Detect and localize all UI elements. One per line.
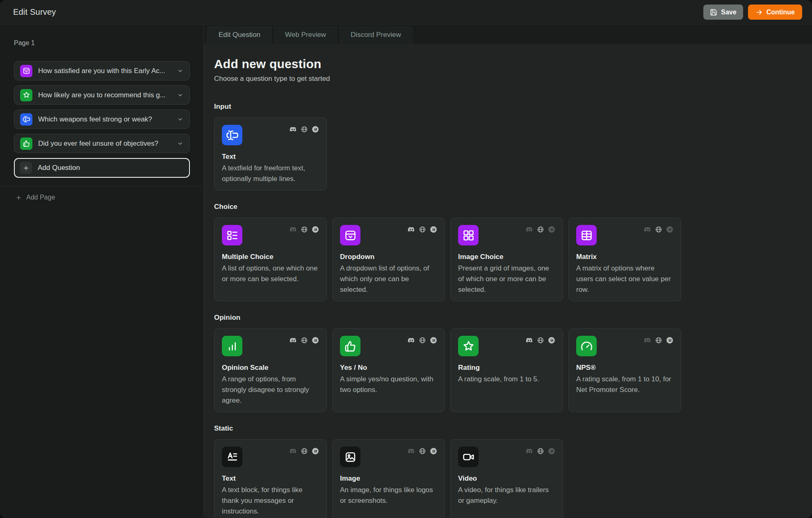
card-title: Text: [222, 153, 319, 161]
question-type-card-dropdown[interactable]: u Dropdown A dropdown list of options, o…: [332, 218, 445, 301]
question-type-card-yes-no[interactable]: u Yes / No A simple yes/no question, wit…: [332, 328, 445, 412]
card-top: u: [458, 225, 555, 245]
discord-icon: [526, 447, 533, 455]
continue-button-label: Continue: [766, 9, 795, 16]
svg-text:u: u: [668, 227, 671, 231]
discord-icon: [290, 447, 297, 455]
svg-text:u: u: [432, 337, 435, 342]
discord-icon: [290, 337, 297, 344]
question-item[interactable]: How likely are you to recommend this g..…: [14, 85, 190, 105]
card-title: NPS®: [576, 364, 673, 372]
section-choice: Choice u Multiple Choice A list of optio…: [214, 203, 796, 301]
question-type-card-image[interactable]: u Image An image, for things like logos …: [332, 439, 445, 518]
question-type-card-text[interactable]: u Text A textfield for freeform text, op…: [214, 117, 327, 190]
tab-bar: Edit Question Web Preview Discord Previe…: [207, 26, 812, 44]
card-top: u: [576, 336, 673, 356]
platform-icons: u: [644, 337, 673, 344]
question-type-card-rating[interactable]: u Rating A rating scale, from 1 to 5.: [450, 328, 563, 412]
svg-text:u: u: [432, 227, 435, 231]
question-item[interactable]: Did you ever feel unsure of objectives?: [14, 134, 190, 153]
question-item[interactable]: Which weapons feel strong or weak?: [14, 110, 190, 129]
add-new-question-subtitle: Choose a question type to get started: [214, 75, 796, 83]
card-description: A rating scale, from 1 to 5.: [458, 374, 555, 385]
add-question-button[interactable]: Add Question: [14, 158, 190, 178]
card-title: Text: [222, 474, 319, 483]
globe-icon: [655, 337, 662, 344]
save-icon: [710, 9, 717, 16]
grid-icon: [458, 225, 479, 245]
tab-edit-question[interactable]: Edit Question: [207, 26, 273, 44]
section-label: Static: [214, 424, 796, 433]
card-description: A matrix of options where users can sele…: [576, 263, 673, 295]
unreal-icon: u: [548, 226, 555, 233]
question-label: How likely are you to recommend this g..…: [38, 91, 171, 99]
globe-icon: [419, 226, 426, 233]
unreal-icon: u: [430, 226, 437, 233]
unreal-icon: u: [312, 126, 319, 133]
question-type-card-nps[interactable]: u NPS® A rating scale, from 1 to 10, for…: [568, 328, 681, 412]
unreal-icon: u: [548, 337, 555, 344]
card-description: A textfield for freeform text, optionall…: [222, 163, 319, 184]
tab-web-preview[interactable]: Web Preview: [273, 26, 339, 44]
bar-chart-icon: [222, 336, 242, 356]
globe-icon: [537, 337, 544, 344]
question-label: Did you ever feel unsure of objectives?: [38, 140, 171, 148]
svg-text:u: u: [432, 448, 435, 453]
platform-icons: u: [408, 226, 437, 233]
card-description: An image, for things like logos or scree…: [340, 485, 437, 506]
thumbs-up-icon: [340, 336, 360, 356]
discord-icon: [526, 226, 533, 233]
list-checks-icon: [222, 225, 242, 245]
edit-survey-window: Edit Survey Save Continue Page 1 How sat…: [0, 0, 812, 518]
plus-icon: [20, 162, 32, 174]
save-button[interactable]: Save: [703, 5, 743, 20]
text-cursor-icon: [20, 113, 32, 126]
save-button-label: Save: [721, 9, 736, 16]
question-item[interactable]: How satisfied are you with this Early Ac…: [14, 61, 190, 80]
unreal-icon: u: [312, 337, 319, 344]
card-title: Image: [340, 474, 437, 483]
question-type-card-opinion-scale[interactable]: u Opinion Scale A range of options, from…: [214, 328, 327, 412]
card-top: u: [340, 447, 437, 467]
card-title: Rating: [458, 364, 555, 372]
card-title: Image Choice: [458, 253, 555, 261]
card-description: A simple yes/no question, with two optio…: [340, 374, 437, 395]
question-type-card-video[interactable]: u Video A video, for things like trailer…: [450, 439, 563, 518]
image-icon: [340, 447, 360, 467]
video-icon: [458, 447, 479, 467]
card-top: u: [222, 125, 319, 145]
card-grid: u Multiple Choice A list of options, one…: [214, 218, 796, 301]
content-panel: Add new question Choose a question type …: [204, 44, 812, 518]
svg-text:u: u: [314, 448, 317, 453]
card-grid: u Text A text block, for things like tha…: [214, 439, 796, 518]
topbar-actions: Save Continue: [703, 5, 802, 20]
globe-icon: [301, 447, 308, 455]
card-top: u: [458, 447, 555, 467]
card-title: Yes / No: [340, 364, 437, 372]
unreal-icon: u: [430, 337, 437, 344]
svg-text:u: u: [314, 126, 317, 131]
dropdown-icon: [20, 65, 32, 77]
question-type-card-image-choice[interactable]: u Image Choice Present a grid of images,…: [450, 218, 563, 301]
globe-icon: [301, 226, 308, 233]
sidebar: Page 1 How satisfied are you with this E…: [0, 25, 204, 518]
card-description: A dropdown list of options, of which onl…: [340, 263, 437, 295]
discord-icon: [408, 447, 415, 455]
tab-discord-preview[interactable]: Discord Preview: [339, 26, 413, 44]
svg-text:u: u: [314, 227, 317, 231]
globe-icon: [655, 226, 662, 233]
question-type-card-text[interactable]: u Text A text block, for things like tha…: [214, 439, 327, 518]
question-type-card-multiple-choice[interactable]: u Multiple Choice A list of options, one…: [214, 218, 327, 301]
question-type-sections: Input u Text A textfield for freeform te…: [214, 103, 796, 518]
discord-icon: [290, 226, 297, 233]
add-page-button[interactable]: Add Page: [14, 191, 57, 204]
svg-text:u: u: [314, 337, 317, 342]
svg-text:u: u: [668, 337, 671, 342]
card-description: Present a grid of images, one of which o…: [458, 263, 555, 295]
card-title: Opinion Scale: [222, 364, 319, 372]
continue-button[interactable]: Continue: [748, 5, 802, 20]
card-grid: u Opinion Scale A range of options, from…: [214, 328, 796, 412]
text-block-icon: [222, 447, 242, 467]
question-type-card-matrix[interactable]: u Matrix A matrix of options where users…: [568, 218, 681, 301]
card-top: u: [576, 225, 673, 245]
